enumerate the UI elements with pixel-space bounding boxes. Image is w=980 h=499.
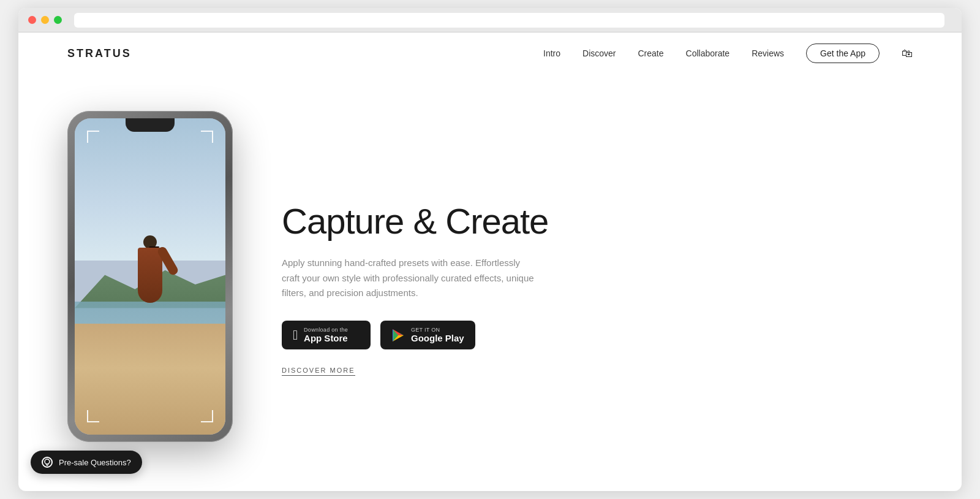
svg-point-4 <box>45 459 50 464</box>
nav-links: Intro Discover Create Collaborate Review… <box>543 44 913 63</box>
chat-icon <box>42 457 53 468</box>
cart-icon[interactable]: 🛍 <box>902 47 913 60</box>
store-buttons:  Download on the App Store <box>282 321 913 349</box>
main-content: Capture & Create Apply stunning hand-cra… <box>18 74 962 491</box>
play-store-icon <box>391 329 405 342</box>
chat-label: Pre-sale Questions? <box>59 458 131 467</box>
google-play-small-text: GET IT ON <box>411 327 464 333</box>
hero-content: Capture & Create Apply stunning hand-cra… <box>282 177 913 376</box>
discover-more-link[interactable]: DISCOVER MORE <box>282 367 355 376</box>
browser-chrome <box>18 8 962 32</box>
navigation: STRATUS Intro Discover Create Collaborat… <box>18 32 962 74</box>
photo-person <box>132 235 168 333</box>
minimize-button[interactable] <box>41 16 49 24</box>
nav-link-intro[interactable]: Intro <box>543 48 560 58</box>
photo-sand <box>75 324 225 435</box>
nav-link-reviews[interactable]: Reviews <box>752 48 784 58</box>
phone-frame <box>67 111 233 442</box>
hero-title: Capture & Create <box>282 202 913 241</box>
google-play-text: GET IT ON Google Play <box>411 327 464 343</box>
phone-notch <box>126 118 175 132</box>
chat-widget[interactable]: Pre-sale Questions? <box>31 451 142 474</box>
google-play-button[interactable]: GET IT ON Google Play <box>380 321 475 349</box>
apple-icon:  <box>293 329 298 342</box>
app-store-button[interactable]:  Download on the App Store <box>282 321 371 349</box>
app-store-text: Download on the App Store <box>304 327 348 343</box>
nav-link-discover[interactable]: Discover <box>582 48 616 58</box>
phone-screen <box>75 118 225 435</box>
nav-link-collaborate[interactable]: Collaborate <box>686 48 730 58</box>
app-store-name: App Store <box>304 333 348 343</box>
url-bar[interactable] <box>74 13 944 28</box>
google-play-name: Google Play <box>411 333 464 343</box>
browser-window: STRATUS Intro Discover Create Collaborat… <box>18 8 962 491</box>
app-store-small-text: Download on the <box>304 327 348 333</box>
logo: STRATUS <box>67 47 132 60</box>
get-app-button[interactable]: Get the App <box>806 44 880 63</box>
person-body <box>138 248 162 303</box>
phone-mockup <box>67 111 233 442</box>
phone-photo <box>75 118 225 435</box>
close-button[interactable] <box>28 16 36 24</box>
maximize-button[interactable] <box>54 16 62 24</box>
nav-link-create[interactable]: Create <box>638 48 664 58</box>
hero-description: Apply stunning hand-crafted presets with… <box>282 256 539 301</box>
